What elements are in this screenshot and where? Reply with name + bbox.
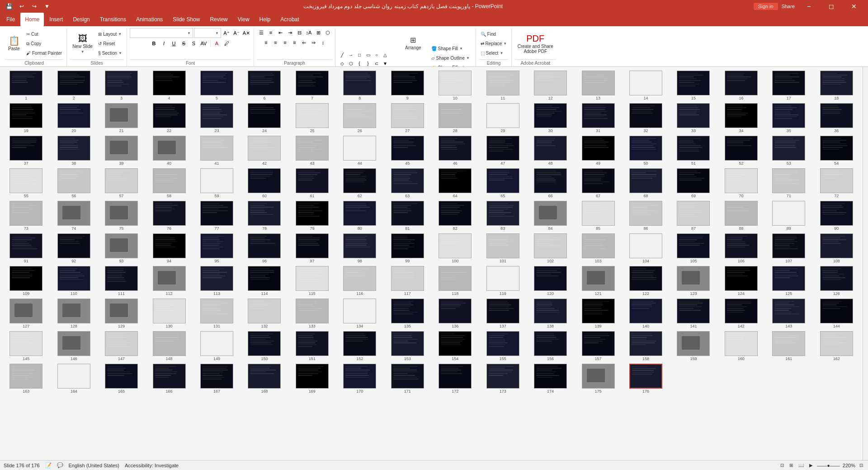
shapes-more[interactable]: ▼ <box>381 59 389 67</box>
slide-item[interactable]: 130 <box>146 299 191 328</box>
slide-item[interactable]: 125 <box>766 266 811 296</box>
slide-item[interactable]: 2 <box>51 71 96 100</box>
format-painter-button[interactable]: 🖌 Format Painter <box>24 49 64 58</box>
slide-item[interactable]: 110 <box>51 266 96 296</box>
slide-item[interactable]: 41 <box>194 136 239 166</box>
slide-item[interactable]: 16 <box>719 71 764 100</box>
slide-item[interactable]: 78 <box>242 201 287 231</box>
slide-item[interactable]: 164 <box>51 364 96 394</box>
font-size-combo[interactable]: ▼ <box>194 28 221 38</box>
slide-item[interactable]: 174 <box>528 364 573 394</box>
slide-item[interactable]: 76 <box>146 201 191 231</box>
slide-item[interactable]: 93 <box>99 233 144 263</box>
slide-item[interactable]: 175 <box>576 364 620 394</box>
slide-item[interactable]: 34 <box>719 103 764 133</box>
slide-item[interactable]: 114 <box>242 266 287 296</box>
slide-item[interactable]: 51 <box>671 136 716 166</box>
slide-item[interactable]: 111 <box>99 266 144 296</box>
slide-item[interactable]: 72 <box>814 168 859 198</box>
menu-slideshow[interactable]: Slide Show <box>168 13 204 26</box>
slide-item[interactable]: 151 <box>290 331 335 361</box>
slide-item[interactable]: 38 <box>51 136 96 166</box>
slide-item[interactable]: 44 <box>337 136 382 166</box>
customize-qa-button[interactable]: ▼ <box>42 1 52 12</box>
slide-item[interactable]: 123 <box>671 266 716 296</box>
slide-item[interactable]: 11 <box>480 71 525 100</box>
close-button[interactable]: ✕ <box>844 0 864 13</box>
menu-file[interactable]: File <box>2 13 19 26</box>
select-button[interactable]: ⬚ Select ▼ <box>479 49 509 58</box>
slide-item[interactable]: 176 <box>623 364 668 394</box>
rect-tool[interactable]: □ <box>355 51 363 59</box>
slide-item[interactable]: 10 <box>433 71 477 100</box>
slide-item[interactable]: 42 <box>242 136 287 166</box>
slide-item[interactable]: 8 <box>337 71 382 100</box>
shape-effects-button[interactable]: ✨ Shape Effects ▼ <box>429 63 473 67</box>
slide-item[interactable]: 128 <box>51 299 96 328</box>
slide-item[interactable]: 172 <box>433 364 477 394</box>
comments-button[interactable]: 💬 <box>57 462 63 468</box>
slide-item[interactable]: 23 <box>194 103 239 133</box>
slide-item[interactable]: 30 <box>528 103 573 133</box>
reset-button[interactable]: ↺ Reset <box>96 39 124 48</box>
slide-item[interactable]: 43 <box>290 136 335 166</box>
slide-item[interactable]: 145 <box>4 331 48 361</box>
slide-panel[interactable]: 1234567891011121314151617181920212223242… <box>0 67 863 460</box>
slide-item[interactable]: 96 <box>242 233 287 263</box>
slide-item[interactable]: 155 <box>480 331 525 361</box>
decrease-indent-button[interactable]: ⇤ <box>276 28 285 37</box>
quick-styles-button[interactable]: ≋ Quick Styles <box>398 58 429 67</box>
align-left-button[interactable]: ≡ <box>262 38 271 47</box>
slide-item[interactable]: 63 <box>385 168 430 198</box>
slide-item[interactable]: 146 <box>51 331 96 361</box>
slide-item[interactable]: 48 <box>528 136 573 166</box>
slide-item[interactable]: 13 <box>576 71 620 100</box>
slide-item[interactable]: 24 <box>242 103 287 133</box>
slide-item[interactable]: 148 <box>146 331 191 361</box>
sign-in-button[interactable]: Sign in <box>754 3 778 10</box>
slide-item[interactable]: 149 <box>194 331 239 361</box>
slide-item[interactable]: 49 <box>576 136 620 166</box>
menu-acrobat[interactable]: Acrobat <box>276 13 303 26</box>
menu-insert[interactable]: Insert <box>45 13 67 26</box>
rounded-rect-tool[interactable]: ▭ <box>364 51 372 59</box>
undo-button[interactable]: ↩ <box>16 1 27 12</box>
slide-item[interactable]: 129 <box>99 299 144 328</box>
slide-item[interactable]: 68 <box>623 168 668 198</box>
slide-item[interactable]: 150 <box>242 331 287 361</box>
slide-item[interactable]: 156 <box>528 331 573 361</box>
new-slide-button[interactable]: 🖼 New Slide ▼ <box>70 29 95 59</box>
share-button[interactable]: Share <box>782 4 795 9</box>
restore-button[interactable]: ◻ <box>821 0 842 13</box>
slide-item[interactable]: 100 <box>433 233 477 263</box>
menu-design[interactable]: Design <box>68 13 94 26</box>
menu-animations[interactable]: Animations <box>132 13 167 26</box>
slide-item[interactable]: 91 <box>4 233 48 263</box>
slide-item[interactable]: 83 <box>480 201 525 231</box>
notes-button[interactable]: 📝 <box>45 462 52 468</box>
slide-item[interactable]: 119 <box>480 266 525 296</box>
slide-item[interactable]: 61 <box>290 168 335 198</box>
slide-item[interactable]: 161 <box>766 331 811 361</box>
align-right-button[interactable]: ≡ <box>281 38 290 47</box>
shape-tool-2[interactable]: ⬡ <box>347 59 355 67</box>
slide-item[interactable]: 167 <box>194 364 239 394</box>
slide-item[interactable]: 39 <box>99 136 144 166</box>
slide-item[interactable]: 141 <box>671 299 716 328</box>
slide-item[interactable]: 50 <box>623 136 668 166</box>
slide-item[interactable]: 144 <box>814 299 859 328</box>
slide-item[interactable]: 170 <box>337 364 382 394</box>
highlight-button[interactable]: 🖊 <box>222 39 231 48</box>
slide-item[interactable]: 1 <box>4 71 48 100</box>
justify-button[interactable]: ≡ <box>290 38 299 47</box>
slide-item[interactable]: 66 <box>528 168 573 198</box>
slide-sorter-button[interactable]: ⊞ <box>788 463 794 468</box>
slide-item[interactable]: 52 <box>719 136 764 166</box>
slide-item[interactable]: 135 <box>385 299 430 328</box>
slide-item[interactable]: 53 <box>766 136 811 166</box>
slide-item[interactable]: 47 <box>480 136 525 166</box>
slide-item[interactable]: 117 <box>385 266 430 296</box>
slide-item[interactable]: 33 <box>671 103 716 133</box>
slide-item[interactable]: 122 <box>623 266 668 296</box>
menu-home[interactable]: Home <box>20 13 44 26</box>
